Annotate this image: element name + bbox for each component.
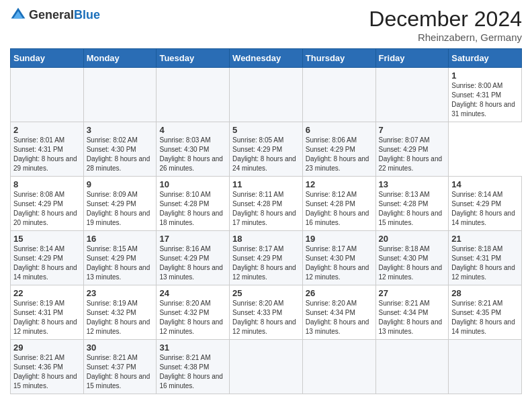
empty-cell: [302, 340, 375, 394]
calendar-day-cell: 23Sunrise: 8:19 AMSunset: 4:32 PMDayligh…: [83, 285, 157, 340]
logo: GeneralBlue: [10, 7, 100, 23]
day-number: 9: [87, 179, 154, 189]
day-number: 19: [306, 234, 373, 244]
day-number: 15: [13, 234, 81, 244]
empty-cell: [302, 68, 375, 122]
calendar-day-cell: 6Sunrise: 8:06 AMSunset: 4:29 PMDaylight…: [302, 122, 375, 177]
day-number: 3: [87, 125, 154, 135]
logo-blue-text: Blue: [74, 8, 100, 21]
column-header-sunday: Sunday: [11, 49, 84, 68]
day-number: 31: [159, 342, 226, 353]
day-number: 20: [379, 234, 446, 244]
calendar-day-cell: 24Sunrise: 8:20 AMSunset: 4:32 PMDayligh…: [157, 285, 230, 340]
empty-cell: [230, 68, 303, 122]
day-info: Sunrise: 8:21 AMSunset: 4:35 PMDaylight:…: [451, 299, 519, 336]
day-info: Sunrise: 8:09 AMSunset: 4:29 PMDaylight:…: [87, 190, 154, 228]
day-number: 11: [232, 179, 300, 189]
day-number: 25: [232, 288, 300, 298]
day-info: Sunrise: 8:21 AMSunset: 4:37 PMDaylight:…: [87, 353, 154, 391]
day-number: 30: [87, 342, 154, 353]
day-number: 5: [232, 125, 300, 135]
calendar-day-cell: 22Sunrise: 8:19 AMSunset: 4:31 PMDayligh…: [11, 285, 84, 340]
calendar-header-row: SundayMondayTuesdayWednesdayThursdayFrid…: [11, 49, 522, 68]
day-info: Sunrise: 8:14 AMSunset: 4:29 PMDaylight:…: [451, 190, 519, 228]
calendar-day-cell: 9Sunrise: 8:09 AMSunset: 4:29 PMDaylight…: [83, 177, 157, 231]
day-number: 7: [379, 125, 446, 135]
empty-cell: [83, 68, 157, 122]
calendar-day-cell: 4Sunrise: 8:03 AMSunset: 4:30 PMDaylight…: [157, 122, 230, 177]
day-info: Sunrise: 8:08 AMSunset: 4:29 PMDaylight:…: [13, 190, 81, 228]
calendar-day-cell: 20Sunrise: 8:18 AMSunset: 4:30 PMDayligh…: [375, 231, 449, 285]
empty-cell: [230, 340, 303, 394]
day-number: 21: [451, 234, 519, 244]
calendar-day-cell: 15Sunrise: 8:14 AMSunset: 4:29 PMDayligh…: [11, 231, 84, 285]
day-info: Sunrise: 8:06 AMSunset: 4:29 PMDaylight:…: [306, 136, 373, 173]
calendar-day-cell: 13Sunrise: 8:13 AMSunset: 4:28 PMDayligh…: [375, 177, 449, 231]
calendar-week-row: 2Sunrise: 8:01 AMSunset: 4:31 PMDaylight…: [11, 122, 522, 177]
day-info: Sunrise: 8:11 AMSunset: 4:28 PMDaylight:…: [232, 190, 300, 228]
day-number: 10: [159, 179, 226, 189]
day-info: Sunrise: 8:20 AMSunset: 4:33 PMDaylight:…: [232, 299, 300, 336]
calendar-day-cell: 30Sunrise: 8:21 AMSunset: 4:37 PMDayligh…: [83, 340, 157, 394]
calendar-day-cell: 2Sunrise: 8:01 AMSunset: 4:31 PMDaylight…: [11, 122, 84, 177]
day-info: Sunrise: 8:18 AMSunset: 4:31 PMDaylight:…: [451, 244, 519, 282]
day-info: Sunrise: 8:14 AMSunset: 4:29 PMDaylight:…: [13, 244, 81, 282]
calendar-day-cell: 28Sunrise: 8:21 AMSunset: 4:35 PMDayligh…: [449, 285, 522, 340]
day-info: Sunrise: 8:21 AMSunset: 4:38 PMDaylight:…: [159, 353, 226, 391]
day-info: Sunrise: 8:19 AMSunset: 4:31 PMDaylight:…: [13, 299, 81, 336]
location-title: Rheinzabern, Germany: [369, 32, 522, 43]
day-number: 17: [159, 234, 226, 244]
calendar-week-row: 15Sunrise: 8:14 AMSunset: 4:29 PMDayligh…: [11, 231, 522, 285]
day-number: 14: [451, 179, 519, 189]
day-info: Sunrise: 8:15 AMSunset: 4:29 PMDaylight:…: [87, 244, 154, 282]
calendar-day-cell: 21Sunrise: 8:18 AMSunset: 4:31 PMDayligh…: [449, 231, 522, 285]
day-info: Sunrise: 8:01 AMSunset: 4:31 PMDaylight:…: [13, 136, 81, 173]
day-info: Sunrise: 8:21 AMSunset: 4:36 PMDaylight:…: [13, 353, 81, 391]
calendar-week-row: 8Sunrise: 8:08 AMSunset: 4:29 PMDaylight…: [11, 177, 522, 231]
day-number: 23: [87, 288, 154, 298]
day-number: 16: [87, 234, 154, 244]
column-header-tuesday: Tuesday: [157, 49, 230, 68]
calendar-day-cell: 26Sunrise: 8:20 AMSunset: 4:34 PMDayligh…: [302, 285, 375, 340]
day-info: Sunrise: 8:03 AMSunset: 4:30 PMDaylight:…: [159, 136, 226, 173]
calendar-day-cell: 19Sunrise: 8:17 AMSunset: 4:30 PMDayligh…: [302, 231, 375, 285]
calendar-week-row: 1Sunrise: 8:00 AMSunset: 4:31 PMDaylight…: [11, 68, 522, 122]
empty-cell: [375, 340, 449, 394]
calendar-day-cell: 5Sunrise: 8:05 AMSunset: 4:29 PMDaylight…: [230, 122, 303, 177]
day-number: 26: [306, 288, 373, 298]
day-number: 4: [159, 125, 226, 135]
logo-icon: [10, 7, 26, 23]
day-info: Sunrise: 8:10 AMSunset: 4:28 PMDaylight:…: [159, 190, 226, 228]
day-number: 12: [306, 179, 373, 189]
day-info: Sunrise: 8:02 AMSunset: 4:30 PMDaylight:…: [87, 136, 154, 173]
day-info: Sunrise: 8:05 AMSunset: 4:29 PMDaylight:…: [232, 136, 300, 173]
calendar-day-cell: 27Sunrise: 8:21 AMSunset: 4:34 PMDayligh…: [375, 285, 449, 340]
day-info: Sunrise: 8:20 AMSunset: 4:34 PMDaylight:…: [306, 299, 373, 336]
day-number: 24: [159, 288, 226, 298]
day-info: Sunrise: 8:20 AMSunset: 4:32 PMDaylight:…: [159, 299, 226, 336]
calendar-day-cell: 1Sunrise: 8:00 AMSunset: 4:31 PMDaylight…: [449, 68, 522, 122]
calendar-day-cell: 14Sunrise: 8:14 AMSunset: 4:29 PMDayligh…: [449, 177, 522, 231]
column-header-thursday: Thursday: [302, 49, 375, 68]
empty-cell: [375, 68, 449, 122]
day-number: 13: [379, 179, 446, 189]
day-info: Sunrise: 8:19 AMSunset: 4:32 PMDaylight:…: [87, 299, 154, 336]
day-number: 29: [13, 342, 81, 353]
calendar-day-cell: 25Sunrise: 8:20 AMSunset: 4:33 PMDayligh…: [230, 285, 303, 340]
day-info: Sunrise: 8:13 AMSunset: 4:28 PMDaylight:…: [379, 190, 446, 228]
calendar-day-cell: 16Sunrise: 8:15 AMSunset: 4:29 PMDayligh…: [83, 231, 157, 285]
day-number: 28: [451, 288, 519, 298]
day-info: Sunrise: 8:18 AMSunset: 4:30 PMDaylight:…: [379, 244, 446, 282]
column-header-friday: Friday: [375, 49, 449, 68]
day-info: Sunrise: 8:00 AMSunset: 4:31 PMDaylight:…: [451, 81, 519, 119]
day-number: 1: [451, 71, 519, 81]
calendar-day-cell: 17Sunrise: 8:16 AMSunset: 4:29 PMDayligh…: [157, 231, 230, 285]
empty-cell: [449, 340, 522, 394]
day-number: 27: [379, 288, 446, 298]
page-header: GeneralBlue December 2024 Rheinzabern, G…: [10, 7, 522, 43]
column-header-monday: Monday: [83, 49, 157, 68]
day-info: Sunrise: 8:12 AMSunset: 4:28 PMDaylight:…: [306, 190, 373, 228]
day-info: Sunrise: 8:16 AMSunset: 4:29 PMDaylight:…: [159, 244, 226, 282]
calendar-day-cell: 7Sunrise: 8:07 AMSunset: 4:29 PMDaylight…: [375, 122, 449, 177]
day-number: 18: [232, 234, 300, 244]
